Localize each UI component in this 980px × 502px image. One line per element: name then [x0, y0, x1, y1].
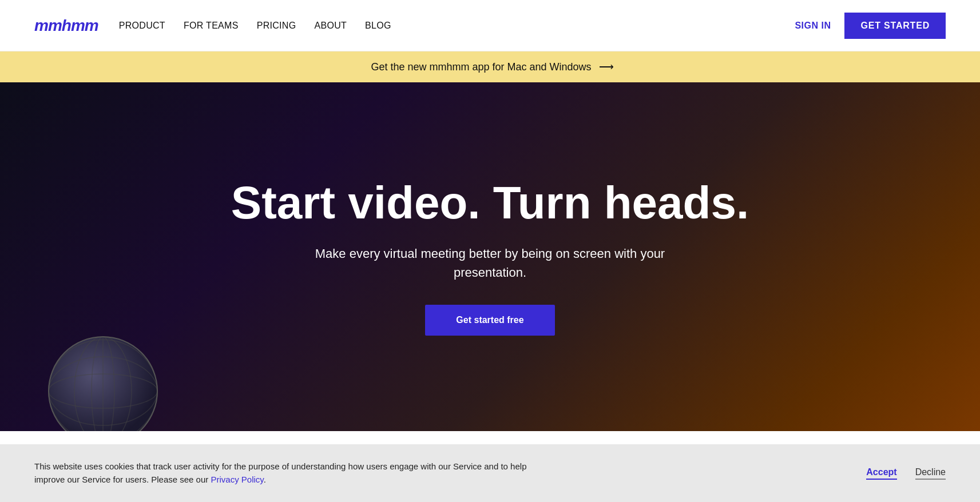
- nav-link-for-teams[interactable]: FOR TEAMS: [184, 21, 239, 30]
- cookie-decline-button[interactable]: Decline: [915, 467, 946, 480]
- navbar-right: SIGN IN GET STARTED: [795, 13, 946, 39]
- cookie-banner: This website uses cookies that track use…: [0, 444, 980, 502]
- nav-item-blog[interactable]: BLOG: [365, 21, 391, 31]
- nav-item-pricing[interactable]: PRICING: [257, 21, 296, 31]
- hero-subtitle: Make every virtual meeting better by bei…: [290, 244, 691, 282]
- nav-link-product[interactable]: PRODUCT: [119, 21, 165, 30]
- navbar-left: mmhmm PRODUCT FOR TEAMS PRICING ABOUT BL…: [34, 17, 391, 35]
- navbar: mmhmm PRODUCT FOR TEAMS PRICING ABOUT BL…: [0, 0, 980, 51]
- hero-title: Start video. Turn heads.: [231, 178, 749, 228]
- nav-item-for-teams[interactable]: FOR TEAMS: [184, 21, 239, 31]
- cookie-message: This website uses cookies that track use…: [34, 461, 526, 484]
- hero-cta-button[interactable]: Get started free: [425, 305, 554, 336]
- cookie-actions: Accept Decline: [866, 467, 946, 480]
- cookie-text: This website uses cookies that track use…: [34, 460, 549, 486]
- cookie-accept-button[interactable]: Accept: [866, 467, 896, 480]
- nav-link-pricing[interactable]: PRICING: [257, 21, 296, 30]
- announcement-banner[interactable]: Get the new mmhmm app for Mac and Window…: [0, 51, 980, 82]
- nav-links: PRODUCT FOR TEAMS PRICING ABOUT BLOG: [119, 21, 391, 31]
- hero-globe-decoration: [46, 334, 160, 431]
- hero-section: Start video. Turn heads. Make every virt…: [0, 82, 980, 431]
- sign-in-button[interactable]: SIGN IN: [795, 21, 831, 31]
- privacy-policy-link[interactable]: Privacy Policy: [211, 475, 263, 484]
- announcement-arrow: ⟶: [599, 61, 614, 73]
- nav-link-about[interactable]: ABOUT: [314, 21, 347, 30]
- logo[interactable]: mmhmm: [34, 17, 98, 35]
- nav-link-blog[interactable]: BLOG: [365, 21, 391, 30]
- nav-item-product[interactable]: PRODUCT: [119, 21, 165, 31]
- cookie-message-end: .: [264, 475, 266, 484]
- get-started-button[interactable]: GET STARTED: [844, 13, 946, 39]
- announcement-text: Get the new mmhmm app for Mac and Window…: [371, 61, 591, 73]
- nav-item-about[interactable]: ABOUT: [314, 21, 347, 31]
